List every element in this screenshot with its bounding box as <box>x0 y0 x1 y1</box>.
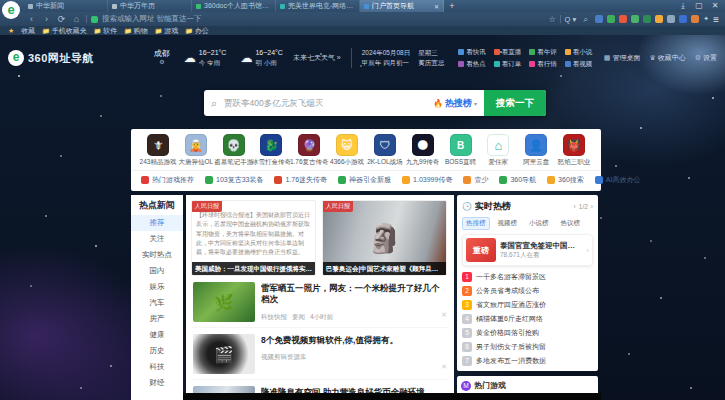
menu-icon[interactable]: ≡ <box>713 14 719 25</box>
weather-today[interactable]: ☁ 16~21°C 今 中雨 <box>184 48 227 68</box>
tab-close-icon[interactable]: ✕ <box>434 3 439 10</box>
hot-rank-item[interactable]: 2公务员省考成绩公布 <box>462 284 593 298</box>
text-link[interactable]: 103复古33装备 <box>205 175 263 185</box>
text-link[interactable]: 1.03999传奇 <box>402 175 452 185</box>
browser-tab-3[interactable]: 360doc个人图书馆-个图书每日+1观点 <box>192 0 276 12</box>
app-shortcut[interactable]: 👤阿里云盘 <box>519 134 553 167</box>
quick-link[interactable]: 看订单 <box>494 60 522 69</box>
browser-tab-4[interactable]: 完美世界电竞-网络小子 360导航 <box>276 0 360 12</box>
tab-video[interactable]: 视频榜 <box>494 217 522 230</box>
bookmark-folder-phone[interactable]: 📁 手机收藏夹 <box>42 26 87 36</box>
weather-tomorrow[interactable]: ☁ 16~24°C 明 小雨 <box>240 48 283 68</box>
app-shortcut[interactable]: 🛡2K-LOL战场 <box>368 134 402 167</box>
hot-rank-item[interactable]: 4橘猫体重6斤走红网络 <box>462 312 593 326</box>
text-link[interactable]: 1.76迷失传奇 <box>274 175 327 185</box>
refresh-button[interactable]: ⟳ <box>56 14 67 24</box>
manage-desktop-button[interactable]: ▦管理桌面 <box>604 53 641 63</box>
app-shortcut[interactable]: 🔮1.76复古传奇 <box>292 134 326 167</box>
address-bar[interactable]: 搜索或输入网址 智能直达一下 <box>102 14 544 24</box>
almanac-link[interactable]: 黄历宜忌 <box>418 58 444 68</box>
app-shortcut[interactable]: 🐉冰雪打金传奇 <box>254 134 288 167</box>
restore-window-icon[interactable]: ▢ <box>692 0 706 12</box>
text-link[interactable]: 360导航 <box>499 175 536 185</box>
browser-logo-icon[interactable]: e <box>2 1 20 19</box>
app-shortcut[interactable]: 😺4366小游戏 <box>330 134 364 167</box>
app-shortcut[interactable]: 🧝大唐异仙OL <box>179 134 213 167</box>
sidebar-item-entertainment[interactable]: 娱乐 <box>131 279 183 295</box>
app-shortcut[interactable]: 💀盗墓笔记手游 <box>217 134 251 167</box>
app-shortcut[interactable]: 🗡243精品游戏 <box>141 134 175 167</box>
bookmark-folder-games[interactable]: 📁 游戏 <box>155 26 179 36</box>
favorites-center-button[interactable]: ♛收藏中心 <box>649 53 685 63</box>
date-block[interactable]: 2024年05月08日 甲辰年 四月初一 星期三 黄历宜忌 <box>362 48 444 69</box>
back-button[interactable]: ‹ <box>26 14 37 24</box>
app-shortcut[interactable]: 🌑九九99传奇 <box>406 134 440 167</box>
extension-icon[interactable] <box>643 15 651 23</box>
extension-icon[interactable] <box>679 15 687 23</box>
sidebar-item-auto[interactable]: 汽车 <box>131 295 183 311</box>
quick-link[interactable]: 看午评 <box>529 48 557 57</box>
new-tab-button[interactable]: + <box>444 0 460 12</box>
pager-next-icon[interactable]: › <box>591 203 593 210</box>
app-shortcut[interactable]: BBOSS直聘 <box>444 134 478 167</box>
dismiss-news-icon[interactable]: ✕ <box>441 363 447 371</box>
sidebar-item-domestic[interactable]: 国内 <box>131 263 183 279</box>
pinned-hot-item[interactable]: 重磅 泰国官宣免签迎中国游客 78,671人在看 › <box>462 234 593 266</box>
quick-link[interactable]: 看视频 <box>565 60 593 69</box>
text-link[interactable]: AI高效办公 <box>595 175 641 185</box>
quick-link[interactable]: 看快讯 <box>458 48 486 57</box>
hot-rank-item[interactable]: 5黄金价格回落引抢购 <box>462 326 593 340</box>
news-item[interactable]: 🎬 8个免费视频剪辑软件,你,值得拥有。 视频剪辑资源库 ✕ <box>191 328 449 380</box>
text-link[interactable]: 神器引金新服 <box>338 175 391 185</box>
text-link[interactable]: 壹少 <box>463 175 488 185</box>
search-input[interactable] <box>224 90 433 116</box>
extension-icon[interactable] <box>619 15 627 23</box>
sidebar-item-tech[interactable]: 科技 <box>131 359 183 375</box>
home-button[interactable]: ⌂ <box>71 14 82 24</box>
browser-tab-1[interactable]: 中华新闻 <box>24 0 108 12</box>
news-title[interactable]: 雷军晒五一照片，网友：一个米粉提升了好几个档次 <box>261 283 447 306</box>
bookmark-folder-software[interactable]: 📁 软件 <box>94 26 118 36</box>
text-link[interactable]: 360搜索 <box>547 175 584 185</box>
pager-prev-icon[interactable]: ‹ <box>574 203 576 210</box>
extension-icon[interactable] <box>667 15 675 23</box>
quick-link[interactable]: 看热点 <box>458 60 486 69</box>
quick-link[interactable]: 看小说 <box>565 48 593 57</box>
tab-discussion[interactable]: 热议榜 <box>557 217 585 230</box>
extension-icon[interactable] <box>595 15 603 23</box>
hot-rank-item[interactable]: 1一千多名游客滞留景区 <box>462 270 593 284</box>
sidebar-item-health[interactable]: 健康 <box>131 327 183 343</box>
tab-novel[interactable]: 小说榜 <box>525 217 553 230</box>
quick-link[interactable]: 看直播 <box>494 48 522 57</box>
hot-rank-item[interactable]: 6男子划伤女子后被拘留 <box>462 340 593 354</box>
seven-day-forecast-link[interactable]: 未来七天天气 » <box>293 53 341 63</box>
sidebar-item-finance[interactable]: 财经 <box>131 375 183 391</box>
toolbar-search-icon[interactable]: ⌕ <box>580 14 591 25</box>
bookmark-folder-office[interactable]: 📁 办公 <box>185 26 209 36</box>
hot-rank-item[interactable]: 7多地发布五一消费数据 <box>462 354 593 368</box>
site-brand[interactable]: e 360网址导航 <box>8 50 94 66</box>
news-title[interactable]: 8个免费视频剪辑软件,你,值得拥有。 <box>261 335 447 346</box>
site-safety-shield-icon[interactable] <box>91 16 98 23</box>
extension-icon[interactable] <box>655 15 663 23</box>
bookmark-folder-shopping[interactable]: 📁 购物 <box>124 26 148 36</box>
featured-photo-card[interactable]: 🗿 人民日报 巴黎奥运会|中国艺术家雕塑《顾拜旦》亮相展出 <box>322 200 447 276</box>
tab-hot-search[interactable]: 热搜榜 <box>462 217 490 230</box>
hot-search-dropdown[interactable]: 🔥 热搜榜 ▾ <box>433 90 484 116</box>
forward-button[interactable]: › <box>41 14 52 24</box>
app-shortcut[interactable]: 👹怒焰三职业 <box>557 134 591 167</box>
sidebar-item-recommend[interactable]: 推荐 <box>131 215 183 231</box>
sidebar-item-realtime[interactable]: 实时热点 <box>131 247 183 263</box>
settings-button[interactable]: ⚙设置 <box>695 53 717 63</box>
browser-tab-active[interactable]: 门户首页导航 ✕ <box>360 0 444 12</box>
favorite-star-icon[interactable]: ☆ <box>548 15 555 24</box>
news-item[interactable]: 🌿 雷军晒五一照片，网友：一个米粉提升了好几个档次 科技快报 要闻 4小时前 ✕ <box>191 276 449 328</box>
sidebar-item-history[interactable]: 历史 <box>131 343 183 359</box>
download-panel-icon[interactable]: ⤓ <box>676 0 690 12</box>
bookmarks-star-icon[interactable]: ★ <box>8 27 14 35</box>
sidebar-item-realestate[interactable]: 房产 <box>131 311 183 327</box>
dismiss-news-icon[interactable]: ✕ <box>441 311 447 319</box>
close-window-icon[interactable]: ✕ <box>708 0 722 12</box>
extension-icon[interactable] <box>691 15 699 23</box>
text-link[interactable]: 热门游戏推荐 <box>141 175 194 185</box>
